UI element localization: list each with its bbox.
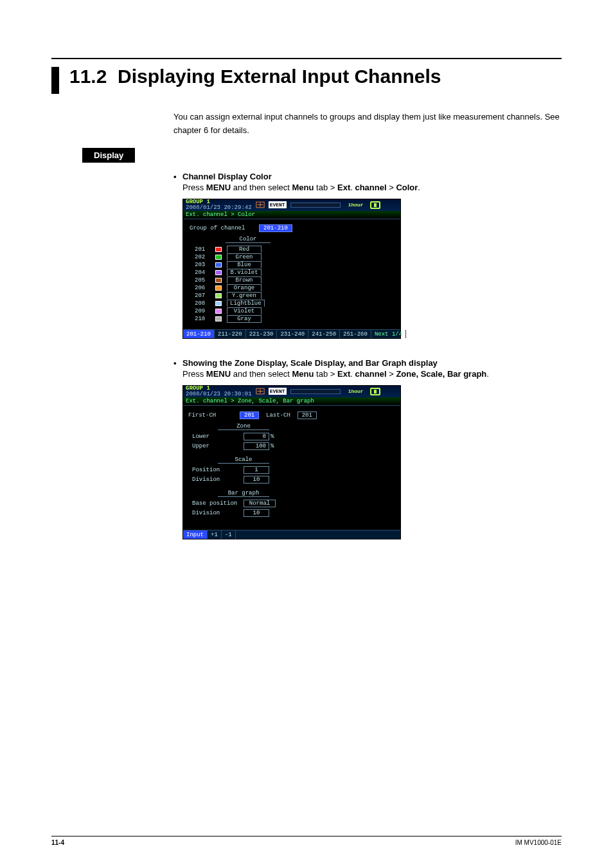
minus1-tab[interactable]: -1 bbox=[222, 530, 236, 539]
color-name[interactable]: Green bbox=[227, 253, 262, 260]
shot2-footer-tabs: Input +1 -1 bbox=[183, 530, 400, 539]
color-panel-title: Color bbox=[226, 236, 271, 243]
shot1-timestamp: 2008/01/23 20:29:42 bbox=[186, 205, 252, 211]
color-name[interactable]: Violet bbox=[227, 307, 262, 314]
network-icon bbox=[256, 201, 265, 208]
t: tab > bbox=[314, 183, 337, 192]
color-name[interactable]: Red bbox=[227, 246, 262, 253]
group-of-channel-label: Group of channel bbox=[190, 225, 245, 231]
kw-menu-tab: Menu bbox=[292, 369, 314, 379]
input-tab[interactable]: Input bbox=[183, 530, 208, 539]
zone-upper-label: Upper bbox=[192, 443, 244, 449]
first-ch-value[interactable]: 201 bbox=[240, 411, 259, 419]
ch-num: 207 bbox=[195, 293, 210, 299]
color-name[interactable]: Lightblue bbox=[227, 300, 265, 307]
event-label: EVENT bbox=[269, 388, 287, 395]
color-row: 204B.violet bbox=[195, 269, 395, 276]
color-swatch bbox=[215, 262, 222, 267]
event-bar bbox=[290, 389, 341, 394]
t: . bbox=[486, 369, 489, 379]
range-tab[interactable]: 221-230 bbox=[246, 330, 278, 338]
kw-channel: channel bbox=[355, 369, 386, 379]
doc-id: IM MV1000-01E bbox=[515, 839, 562, 846]
color-row: 209Violet bbox=[195, 307, 395, 315]
bargraph-group: Bar graph Base positionNormal Division10 bbox=[192, 490, 395, 517]
range-tab[interactable]: 231-240 bbox=[277, 330, 308, 338]
ch-num: 210 bbox=[195, 316, 210, 322]
color-name[interactable]: Gray bbox=[227, 315, 262, 323]
ch-num: 202 bbox=[195, 254, 210, 260]
scale-group: Scale Position1 Division10 bbox=[192, 457, 395, 484]
color-swatch bbox=[215, 247, 222, 252]
last-ch-value[interactable]: 201 bbox=[298, 411, 317, 419]
zone-title: Zone bbox=[218, 423, 269, 430]
ch-num: 206 bbox=[195, 285, 210, 291]
kw-menu-tab: Menu bbox=[292, 183, 314, 192]
t: and then select bbox=[231, 369, 292, 379]
t: Press bbox=[182, 369, 206, 379]
block2-heading-text: Showing the Zone Display, Scale Display,… bbox=[182, 358, 438, 368]
range-tab[interactable]: 211-220 bbox=[215, 330, 246, 338]
color-name[interactable]: B.violet bbox=[227, 269, 262, 276]
range-tab[interactable]: 251-260 bbox=[340, 330, 371, 338]
zone-lower-label: Lower bbox=[192, 433, 244, 440]
shot2-header: GROUP 1 2008/01/23 20:30:01 EVENT 1hour bbox=[183, 386, 400, 397]
range-tab[interactable]: 201-210 bbox=[183, 330, 215, 338]
zone-group: Zone Lower0% Upper100% bbox=[192, 423, 395, 450]
range-tab[interactable]: 241-250 bbox=[308, 330, 340, 338]
kw-menu: MENU bbox=[206, 183, 231, 192]
scale-position-label: Position bbox=[192, 467, 244, 473]
bar-title: Bar graph bbox=[218, 490, 269, 497]
bar-division-value[interactable]: 10 bbox=[244, 509, 269, 517]
ch-num: 205 bbox=[195, 277, 210, 284]
color-name[interactable]: Brown bbox=[227, 276, 262, 284]
shot1-header: GROUP 1 2008/01/23 20:29:42 EVENT 1hour bbox=[183, 199, 400, 211]
color-swatch bbox=[215, 270, 222, 275]
shot1-breadcrumb: Ext. channel > Color bbox=[183, 211, 400, 219]
kw-color: Color bbox=[396, 183, 418, 192]
t: > bbox=[387, 369, 396, 379]
screenshot-zsb: GROUP 1 2008/01/23 20:30:01 EVENT 1hour … bbox=[182, 385, 401, 539]
unit-percent: % bbox=[271, 433, 274, 440]
plus1-tab[interactable]: +1 bbox=[208, 530, 222, 539]
ch-num: 209 bbox=[195, 308, 210, 314]
t: . bbox=[418, 183, 420, 192]
ch-num: 208 bbox=[195, 300, 210, 307]
network-icon bbox=[256, 388, 265, 395]
screenshot-color: GROUP 1 2008/01/23 20:29:42 EVENT 1hour … bbox=[182, 199, 401, 339]
next-tab[interactable]: Next 1/4 bbox=[371, 330, 406, 338]
t: tab > bbox=[314, 369, 337, 379]
color-row: 202Green bbox=[195, 253, 395, 261]
event-bar bbox=[290, 203, 341, 208]
scale-division-value[interactable]: 10 bbox=[244, 476, 269, 484]
section-name: Displaying External Input Channels bbox=[118, 66, 441, 87]
kw-zsb: Zone, Scale, Bar graph bbox=[396, 369, 486, 379]
color-row: 210Gray bbox=[195, 315, 395, 323]
group-of-channel-value[interactable]: 201-210 bbox=[259, 224, 292, 232]
bar-baseposition-label: Base position bbox=[192, 500, 244, 507]
color-swatch bbox=[215, 278, 222, 283]
shot2-breadcrumb: Ext. channel > Zone, Scale, Bar graph bbox=[183, 397, 400, 406]
color-name[interactable]: Orange bbox=[227, 284, 262, 291]
shot1-footer-tabs: 201-210 211-220 221-230 231-240 241-250 … bbox=[183, 329, 400, 338]
bar-baseposition-value[interactable]: Normal bbox=[244, 500, 276, 507]
color-row: 205Brown bbox=[195, 276, 395, 284]
shot2-timestamp: 2008/01/23 20:30:01 bbox=[186, 392, 252, 397]
color-swatch bbox=[215, 255, 222, 260]
ch-num: 203 bbox=[195, 262, 210, 268]
color-name[interactable]: Blue bbox=[227, 261, 262, 268]
color-row: 208Lightblue bbox=[195, 300, 395, 307]
block2-heading: •Showing the Zone Display, Scale Display… bbox=[173, 358, 562, 368]
color-name[interactable]: Y.green bbox=[227, 292, 262, 299]
kw-channel: channel bbox=[355, 183, 386, 192]
zone-lower-value[interactable]: 0 bbox=[244, 433, 269, 440]
scale-title: Scale bbox=[218, 457, 269, 464]
ch-num: 204 bbox=[195, 269, 210, 276]
t: and then select bbox=[231, 183, 292, 192]
block1-instruction: Press MENU and then select Menu tab > Ex… bbox=[182, 183, 562, 192]
page-number: 11-4 bbox=[51, 839, 64, 846]
zone-upper-value[interactable]: 100 bbox=[244, 442, 269, 450]
scale-position-value[interactable]: 1 bbox=[244, 466, 269, 474]
color-row: 207Y.green bbox=[195, 292, 395, 300]
first-last-row: First-CH201 Last-CH 201 bbox=[188, 411, 395, 419]
